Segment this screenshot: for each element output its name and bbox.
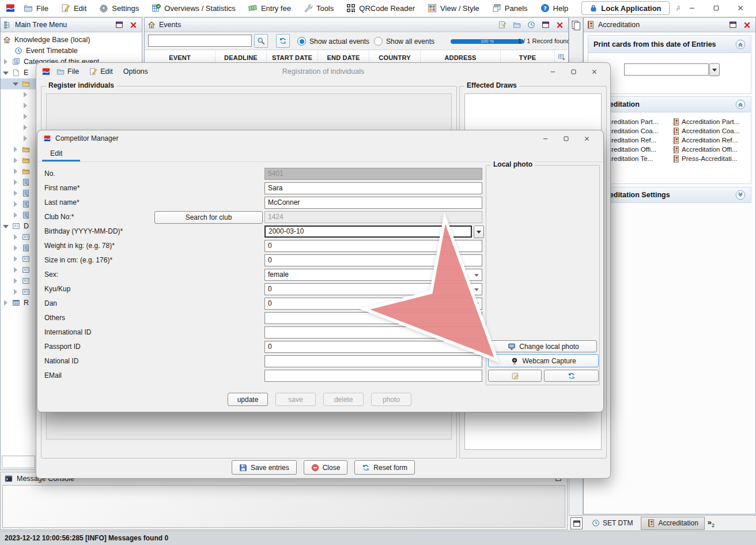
search-button[interactable] xyxy=(254,34,268,48)
chevron-right-icon[interactable] xyxy=(13,278,19,284)
save-entries-button[interactable]: Save entries xyxy=(232,460,297,475)
tree-scroll-box[interactable] xyxy=(2,456,35,468)
chevron-right-icon[interactable] xyxy=(13,267,19,273)
last-name-field[interactable]: McConner xyxy=(264,197,482,209)
first-name-field[interactable]: Sara xyxy=(264,182,482,194)
menubar-item-help[interactable]: ?Help xyxy=(534,2,575,14)
message-console-body[interactable] xyxy=(2,485,565,528)
timetable-button[interactable] xyxy=(526,20,536,30)
reload-photo-button[interactable] xyxy=(544,370,599,382)
edit-table-button[interactable] xyxy=(497,20,508,30)
combo-caret-icon[interactable] xyxy=(474,288,479,291)
chevron-right-icon[interactable] xyxy=(22,136,29,142)
maximize-button[interactable] xyxy=(563,65,584,78)
panel-window-button[interactable] xyxy=(114,20,124,30)
menubar-item-overviews-statistics[interactable]: Overviews / Statistics xyxy=(145,2,242,14)
international-id-field[interactable] xyxy=(264,326,482,339)
maximize-button[interactable] xyxy=(555,131,576,145)
menubar-item-file[interactable]: File xyxy=(17,2,55,14)
menu-edit[interactable]: Edit xyxy=(84,66,118,77)
email-field[interactable] xyxy=(264,370,482,382)
chevron-right-icon[interactable] xyxy=(22,103,29,109)
chevron-right-icon[interactable] xyxy=(13,289,19,295)
chevron-right-icon[interactable] xyxy=(13,201,19,208)
minimize-button[interactable] xyxy=(680,1,704,16)
chevron-right-icon[interactable] xyxy=(22,114,29,120)
close-dialog-button[interactable]: Close xyxy=(304,460,348,475)
expand-chevron-icon[interactable] xyxy=(735,190,746,200)
others-field[interactable] xyxy=(264,312,482,324)
chevron-right-icon[interactable] xyxy=(13,190,19,197)
chevron-right-icon[interactable] xyxy=(13,245,19,251)
show-actual-events-radio[interactable] xyxy=(297,37,306,46)
menubar-item-edit[interactable]: Edit xyxy=(55,2,93,14)
accreditation-item-accreditation-coa[interactable]: Accreditation Coa... xyxy=(672,126,751,136)
chevron-right-icon[interactable] xyxy=(3,59,9,65)
pages-button[interactable] xyxy=(570,20,582,31)
chevron-right-icon[interactable] xyxy=(13,157,19,164)
minimize-button[interactable] xyxy=(535,131,555,145)
no-field[interactable]: 5401 xyxy=(264,168,482,180)
collapse-chevron-icon[interactable] xyxy=(735,99,746,110)
close-button[interactable] xyxy=(576,131,597,145)
tab-set-dtm[interactable]: SET DTM xyxy=(585,517,639,530)
reset-form-button[interactable]: Reset form xyxy=(354,460,415,475)
webcam-capture-button[interactable]: Webcam Capture xyxy=(488,354,599,367)
chevron-right-icon[interactable] xyxy=(13,168,19,175)
weight-in-kg-e-g-78-field[interactable]: 0 xyxy=(264,240,482,252)
menubar-item-panels[interactable]: Panels xyxy=(486,2,534,14)
combo-caret-icon[interactable] xyxy=(474,274,479,277)
panel-close-button[interactable] xyxy=(128,20,139,30)
panel-window-button[interactable] xyxy=(727,20,738,30)
club-no-field[interactable]: 1424 xyxy=(264,211,482,223)
chevron-right-icon[interactable] xyxy=(22,92,29,98)
national-id-field[interactable] xyxy=(264,355,482,367)
close-button[interactable] xyxy=(728,1,753,16)
size-in-cm-e-g-176-field[interactable]: 0 xyxy=(264,254,482,266)
chevron-down-icon[interactable] xyxy=(3,70,9,76)
collapse-chevron-icon[interactable] xyxy=(735,39,746,50)
panel-close-button[interactable] xyxy=(742,20,753,30)
panel-window-button[interactable] xyxy=(540,20,551,30)
dropdown-button[interactable] xyxy=(474,225,484,238)
change-local-photo-button[interactable]: Change local photo xyxy=(490,340,597,352)
update-button[interactable]: update xyxy=(228,393,268,406)
menubar-item-view-style[interactable]: View / Style xyxy=(421,2,486,14)
maximize-button[interactable] xyxy=(704,1,728,16)
tree-item-knowledge-base-local[interactable]: Knowledge Base (local) xyxy=(1,35,141,46)
menubar-item-tools[interactable]: Tools xyxy=(297,2,340,14)
edit-note-button[interactable] xyxy=(488,370,542,382)
events-search-input[interactable] xyxy=(148,35,252,47)
tabs-window-button[interactable] xyxy=(570,517,583,529)
tab-accreditation[interactable]: Accreditation xyxy=(641,517,704,530)
menubar-item-entry-fee[interactable]: Entry fee xyxy=(242,2,297,14)
print-date-dropdown-button[interactable] xyxy=(709,63,720,76)
menu-file[interactable]: File xyxy=(51,66,84,77)
panel-close-button[interactable] xyxy=(554,20,565,30)
menu-edit[interactable]: Edit xyxy=(50,149,63,157)
chevron-right-icon[interactable] xyxy=(13,146,19,153)
print-date-combo[interactable] xyxy=(624,63,709,76)
menu-options[interactable]: Options xyxy=(118,66,153,77)
menubar-item-settings[interactable]: Settings xyxy=(93,2,145,14)
combo-caret-icon[interactable] xyxy=(474,303,479,306)
chevron-right-icon[interactable] xyxy=(13,256,19,262)
passport-id-field[interactable]: 0 xyxy=(264,341,482,353)
menubar-item-qrcode-reader[interactable]: QRCode Reader xyxy=(340,2,421,14)
chevron-down-icon[interactable] xyxy=(13,81,19,87)
chevron-right-icon[interactable] xyxy=(13,179,19,186)
birthday-yyyy-mm-dd-field[interactable]: 2000-03-10 xyxy=(264,225,472,238)
chevron-down-icon[interactable] xyxy=(3,223,9,230)
search-for-club-button[interactable]: Search for club xyxy=(154,211,263,224)
open-folder-button[interactable] xyxy=(511,20,522,30)
lock-application-button[interactable]: Lock Application xyxy=(581,1,669,15)
chevron-right-icon[interactable] xyxy=(13,212,19,219)
tree-item-event-timetable[interactable]: Event Timetable xyxy=(1,46,141,57)
minimize-button[interactable] xyxy=(542,65,563,78)
chevron-right-icon[interactable] xyxy=(3,300,9,306)
kyu-kup-field[interactable]: 0 xyxy=(264,283,482,295)
show-all-events-radio[interactable] xyxy=(374,37,383,46)
accreditation-item-accreditation-ref[interactable]: Accreditation Ref... xyxy=(672,136,751,145)
chevron-right-icon[interactable] xyxy=(13,234,19,240)
accreditation-item-press-accreditati[interactable]: Press-Accreditati... xyxy=(672,154,751,163)
